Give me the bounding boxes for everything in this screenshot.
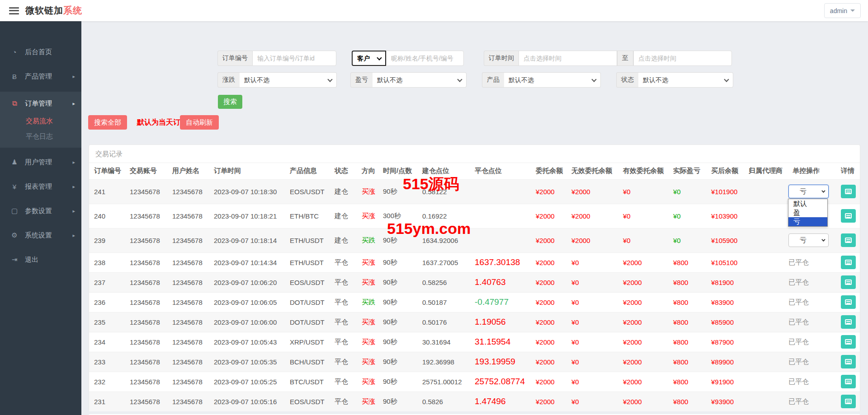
cell-agent bbox=[744, 392, 788, 411]
cell-open-point: 192.36998 bbox=[417, 352, 470, 372]
cell-status: 建仓 bbox=[330, 204, 357, 228]
control-dropdown: 默认盈亏 bbox=[788, 199, 828, 227]
cell-order-time: 2023-09-07 10:18:14 bbox=[209, 228, 285, 252]
cell-detail bbox=[837, 272, 860, 292]
cell-direction: 买涨 bbox=[357, 392, 378, 411]
sidebar: ◔后台首页Ƀ产品管理▸⧉订单管理▸交易流水平仓日志♟用户管理▸¥报表管理▸▢参数… bbox=[0, 21, 81, 415]
control-option-默认[interactable]: 默认 bbox=[788, 199, 827, 208]
sidebar-item-系统设置[interactable]: ⚙系统设置▸ bbox=[0, 226, 81, 244]
cell-order-id: 240 bbox=[89, 204, 125, 228]
search-button[interactable]: 搜索 bbox=[218, 95, 242, 109]
order-no-input[interactable] bbox=[252, 51, 336, 66]
profitloss-label: 盈亏 bbox=[350, 72, 373, 88]
hamburger-menu-icon[interactable] bbox=[9, 7, 19, 14]
cell-invalid-entrust: ¥0 bbox=[566, 272, 618, 292]
sidebar-subitem-平仓日志[interactable]: 平仓日志 bbox=[0, 129, 81, 144]
sidebar-item-后台首页[interactable]: ◔后台首页 bbox=[0, 43, 81, 61]
cell-invalid-entrust: ¥2000 bbox=[566, 179, 618, 204]
cell-order-time: 2023-09-07 10:06:00 bbox=[209, 312, 285, 332]
cell-after-balance: ¥85900 bbox=[706, 312, 744, 332]
cell-valid-entrust: ¥2000 bbox=[618, 312, 668, 332]
product-filter-group: 产品 默认不选 bbox=[482, 72, 601, 88]
cell-open-point: 25751.00012 bbox=[417, 372, 470, 392]
cell-order-id: 241 bbox=[89, 179, 125, 204]
time-from-input[interactable] bbox=[519, 51, 617, 66]
cell-order-time: 2023-09-07 10:05:25 bbox=[209, 372, 285, 392]
cell-username: 12345678 bbox=[167, 332, 209, 352]
detail-button[interactable] bbox=[841, 295, 856, 309]
cell-entrust-balance: ¥2000 bbox=[531, 332, 566, 352]
customer-type-select[interactable]: 客户 bbox=[352, 51, 386, 66]
detail-button[interactable] bbox=[841, 256, 856, 269]
cell-detail bbox=[837, 312, 860, 332]
profitloss-select[interactable]: 默认不选 bbox=[373, 72, 467, 88]
detail-button[interactable] bbox=[841, 185, 856, 198]
cell-order-id: 231 bbox=[89, 392, 125, 411]
cell-open-point: 30.31694 bbox=[417, 332, 470, 352]
updown-select[interactable]: 默认不选 bbox=[240, 72, 337, 88]
cell-close-point: 1.40763 bbox=[470, 272, 531, 292]
cell-actual-pl: ¥800 bbox=[668, 352, 706, 372]
cell-product: EOS/USDT bbox=[285, 179, 330, 204]
chevron-right-icon: ▸ bbox=[72, 184, 75, 190]
column-header-时间/点数: 时间/点数 bbox=[378, 163, 417, 179]
cell-control: 已平仓 bbox=[788, 312, 837, 332]
cell-invalid-entrust: ¥0 bbox=[566, 392, 618, 411]
product-select[interactable]: 默认不选 bbox=[504, 72, 601, 88]
sidebar-item-产品管理[interactable]: Ƀ产品管理▸ bbox=[0, 67, 81, 85]
customer-input[interactable] bbox=[386, 51, 464, 66]
time-to-input[interactable] bbox=[633, 51, 732, 66]
cell-close-point: 31.15954 bbox=[470, 332, 531, 352]
cell-open-point: 0.5826 bbox=[417, 392, 470, 411]
cell-duration: 90秒 bbox=[378, 272, 417, 292]
sidebar-item-label: 参数设置 bbox=[25, 207, 72, 215]
chevron-right-icon: ▸ bbox=[72, 74, 75, 79]
dashboard-icon: ◔ bbox=[10, 48, 19, 56]
sidebar-item-label: 系统设置 bbox=[25, 231, 72, 240]
cell-after-balance: ¥87900 bbox=[706, 332, 744, 352]
list-icon bbox=[845, 260, 852, 265]
control-option-盈[interactable]: 盈 bbox=[788, 208, 827, 217]
cell-detail bbox=[837, 252, 860, 272]
control-select[interactable]: 亏 bbox=[788, 233, 829, 247]
cell-open-point: 0.50176 bbox=[417, 312, 470, 332]
sidebar-subitem-交易流水[interactable]: 交易流水 bbox=[0, 113, 81, 129]
updown-label: 涨跌 bbox=[217, 72, 240, 88]
cell-control: 已平仓 bbox=[788, 392, 837, 411]
detail-button[interactable] bbox=[841, 233, 856, 247]
cell-account: 12345678 bbox=[125, 204, 167, 228]
cell-entrust-balance: ¥2000 bbox=[531, 372, 566, 392]
detail-button[interactable] bbox=[841, 375, 856, 388]
column-header-订单时间: 订单时间 bbox=[209, 163, 285, 179]
control-option-亏[interactable]: 亏 bbox=[788, 217, 827, 226]
cell-close-point: 1637.30138 bbox=[470, 252, 531, 272]
detail-button[interactable] bbox=[841, 335, 856, 349]
cell-actual-pl: ¥800 bbox=[668, 392, 706, 411]
cell-product: EOS/USDT bbox=[285, 392, 330, 411]
sidebar-item-报表管理[interactable]: ¥报表管理▸ bbox=[0, 177, 81, 196]
cell-account: 12345678 bbox=[125, 332, 167, 352]
auto-refresh-button[interactable]: 自动刷新 bbox=[180, 115, 219, 130]
sidebar-item-订单管理[interactable]: ⧉订单管理▸ bbox=[0, 94, 81, 112]
reports-icon: ¥ bbox=[10, 183, 19, 191]
control-select[interactable]: 亏 bbox=[788, 185, 829, 198]
column-header-状态: 状态 bbox=[330, 163, 357, 179]
search-all-button[interactable]: 搜索全部 bbox=[88, 115, 127, 130]
detail-button[interactable] bbox=[841, 395, 856, 408]
cell-duration: 90秒 bbox=[378, 352, 417, 372]
cell-invalid-entrust: ¥2000 bbox=[566, 228, 618, 252]
customer-filter-group: 客户 bbox=[352, 51, 464, 66]
detail-button[interactable] bbox=[841, 209, 856, 223]
status-select[interactable]: 默认不选 bbox=[638, 72, 733, 88]
sidebar-item-退出[interactable]: ⇥退出 bbox=[0, 251, 81, 269]
detail-button[interactable] bbox=[841, 315, 856, 329]
cell-duration: 90秒 bbox=[378, 312, 417, 332]
app-title: 微软链加系统 bbox=[25, 5, 82, 17]
cell-valid-entrust: ¥2000 bbox=[618, 332, 668, 352]
sidebar-item-用户管理[interactable]: ♟用户管理▸ bbox=[0, 153, 81, 171]
detail-button[interactable] bbox=[841, 355, 856, 368]
sidebar-item-参数设置[interactable]: ▢参数设置▸ bbox=[0, 202, 81, 220]
cell-invalid-entrust: ¥0 bbox=[566, 372, 618, 392]
admin-user-menu[interactable]: admin bbox=[824, 3, 861, 18]
detail-button[interactable] bbox=[841, 275, 856, 289]
